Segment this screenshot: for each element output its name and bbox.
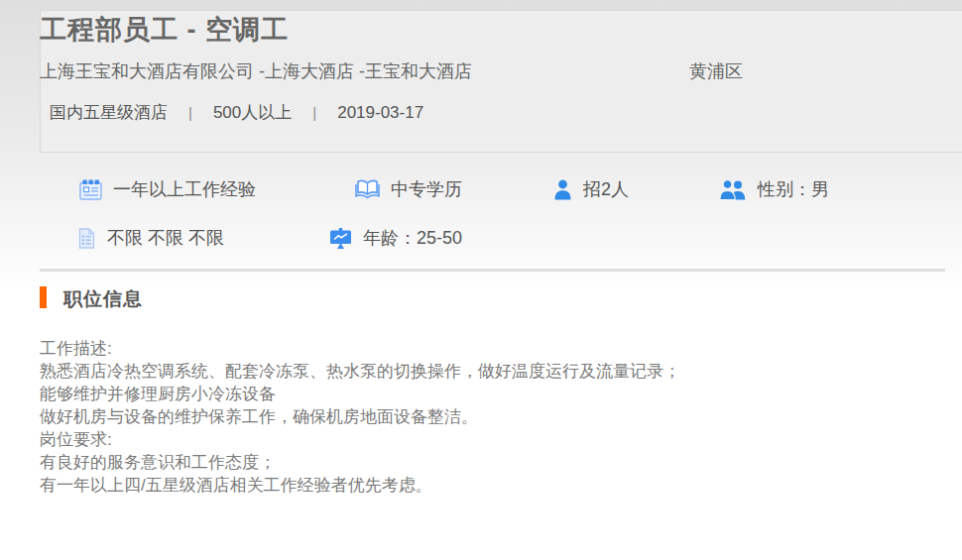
experience-label: 一年以上工作经验 bbox=[113, 177, 256, 201]
meta-separator: | bbox=[188, 104, 192, 121]
meta-separator: | bbox=[312, 104, 316, 121]
company-name: 上海王宝和大酒店有限公司 -上海大酒店 -王宝和大酒店 bbox=[40, 59, 472, 83]
headcount-item: 招2人 bbox=[553, 176, 629, 202]
chart-board-icon bbox=[329, 228, 352, 249]
company-size: 500人以上 bbox=[213, 103, 292, 122]
page-title: 工程部员工 - 空调工 bbox=[40, 12, 289, 48]
publish-date: 2019-03-17 bbox=[337, 103, 423, 122]
description-line: 岗位要求: bbox=[40, 428, 893, 451]
category-item: 不限 不限 不限 bbox=[77, 225, 224, 251]
education-item: 中专学历 bbox=[355, 176, 462, 202]
age-label: 年龄：25-50 bbox=[363, 226, 462, 250]
open-book-icon bbox=[355, 179, 380, 199]
person-icon bbox=[553, 179, 572, 200]
description-line: 有一年以上四/五星级酒店相关工作经验者优先考虑。 bbox=[40, 474, 893, 497]
gender-label: 性别：男 bbox=[758, 177, 829, 201]
description-line: 工作描述: bbox=[40, 337, 893, 360]
resume-card-icon bbox=[79, 179, 102, 200]
section-divider bbox=[40, 269, 945, 272]
description-line: 熟悉酒店冷热空调系统、配套冷冻泵、热水泵的切换操作，做好温度运行及流量记录； bbox=[40, 360, 893, 383]
company-meta: 国内五星级酒店|500人以上|2019-03-17 bbox=[50, 101, 423, 124]
description-line: 能够维护并修理厨房小冷冻设备 bbox=[40, 383, 893, 405]
age-item: 年龄：25-50 bbox=[329, 225, 462, 251]
headcount-label: 招2人 bbox=[583, 177, 629, 201]
hotel-level: 国内五星级酒店 bbox=[50, 103, 168, 122]
description-line: 做好机房与设备的维护保养工作，确保机房地面设备整洁。 bbox=[40, 405, 893, 428]
district-label: 黄浦区 bbox=[689, 59, 743, 83]
experience-item: 一年以上工作经验 bbox=[79, 176, 256, 202]
section-accent-bar bbox=[40, 286, 47, 308]
gender-item: 性别：男 bbox=[719, 176, 829, 202]
description-line: 有良好的服务意识和工作态度； bbox=[40, 451, 893, 474]
education-label: 中专学历 bbox=[391, 177, 462, 201]
document-icon bbox=[77, 228, 96, 249]
people-icon bbox=[719, 179, 747, 200]
job-description: 工作描述: 熟悉酒店冷热空调系统、配套冷冻泵、热水泵的切换操作，做好温度运行及流… bbox=[40, 337, 893, 497]
section-title: 职位信息 bbox=[63, 286, 143, 312]
category-label: 不限 不限 不限 bbox=[107, 226, 224, 250]
